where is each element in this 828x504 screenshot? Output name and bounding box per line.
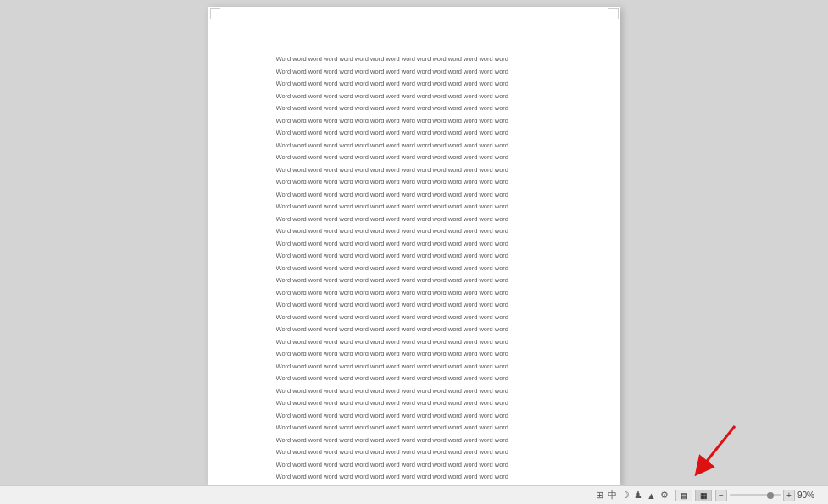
zoom-plus-button[interactable]: + — [783, 490, 795, 501]
doc-line: Word word word word word word word word … — [276, 53, 553, 66]
corner-mark-top-right — [608, 8, 619, 19]
doc-line: Word word word word word word word word … — [276, 459, 553, 472]
status-bar: ⊞ 中 ☽ ♟ ▲ ⚙ ▤ ▦ − + 90% — [0, 485, 828, 504]
doc-line: Word word word word word word word word … — [276, 397, 553, 410]
person-icon[interactable]: ♟ — [634, 490, 642, 501]
doc-line: Word word word word word word word word … — [276, 127, 553, 140]
zoom-percent: 90% — [797, 490, 821, 500]
doc-line: Word word word word word word word word … — [276, 422, 553, 435]
doc-line: Word word word word word word word word … — [276, 213, 553, 226]
doc-line: Word word word word word word word word … — [276, 373, 553, 385]
doc-line: Word word word word word word word word … — [276, 225, 553, 238]
doc-line: Word word word word word word word word … — [276, 299, 553, 312]
doc-line: Word word word word word word word word … — [276, 385, 553, 398]
doc-line: Word word word word word word word word … — [276, 471, 553, 484]
doc-line: Word word word word word word word word … — [276, 263, 553, 275]
doc-line: Word word word word word word word word … — [276, 324, 553, 336]
moon-icon[interactable]: ☽ — [621, 490, 630, 501]
zoom-thumb[interactable] — [767, 492, 774, 499]
doc-line: Word word word word word word word word … — [276, 348, 553, 361]
main-area: Word word word word word word word word … — [0, 0, 828, 490]
doc-line: Word word word word word word word word … — [276, 152, 553, 164]
zoom-minus-button[interactable]: − — [715, 490, 727, 501]
document-content: Word word word word word word word word … — [276, 53, 553, 496]
doc-line: Word word word word word word word word … — [276, 78, 553, 91]
doc-line: Word word word word word word word word … — [276, 250, 553, 263]
doc-line: Word word word word word word word word … — [276, 189, 553, 202]
doc-line: Word word word word word word word word … — [276, 238, 553, 251]
doc-line: Word word word word word word word word … — [276, 336, 553, 349]
layout-icon[interactable]: ⊞ — [596, 490, 603, 501]
user-icon[interactable]: ▲ — [647, 490, 656, 501]
view-mode-button-2[interactable]: ▦ — [695, 490, 712, 501]
doc-line: Word word word word word word word word … — [276, 140, 553, 152]
doc-line: Word word word word word word word word … — [276, 312, 553, 324]
doc-line: Word word word word word word word word … — [276, 102, 553, 115]
gear-icon[interactable]: ⚙ — [660, 490, 669, 501]
doc-line: Word word word word word word word word … — [276, 201, 553, 213]
doc-line: Word word word word word word word word … — [276, 287, 553, 300]
view-mode-button-1[interactable]: ▤ — [675, 490, 692, 501]
corner-mark-top-left — [210, 8, 220, 19]
doc-line: Word word word word word word word word … — [276, 446, 553, 459]
zoom-track[interactable] — [730, 494, 781, 496]
chinese-icon[interactable]: 中 — [608, 489, 617, 501]
doc-line: Word word word word word word word word … — [276, 115, 553, 128]
doc-line: Word word word word word word word word … — [276, 66, 553, 79]
zoom-slider-container: − + 90% — [715, 490, 821, 501]
doc-line: Word word word word word word word word … — [276, 410, 553, 423]
doc-line: Word word word word word word word word … — [276, 361, 553, 374]
view-mode-controls: ▤ ▦ — [675, 490, 712, 501]
doc-line: Word word word word word word word word … — [276, 176, 553, 189]
doc-line: Word word word word word word word word … — [276, 91, 553, 103]
document-page: Word word word word word word word word … — [208, 7, 620, 485]
status-icons: ⊞ 中 ☽ ♟ ▲ ⚙ — [596, 489, 669, 501]
doc-line: Word word word word word word word word … — [276, 435, 553, 447]
doc-line: Word word word word word word word word … — [276, 274, 553, 287]
doc-line: Word word word word word word word word … — [276, 164, 553, 177]
